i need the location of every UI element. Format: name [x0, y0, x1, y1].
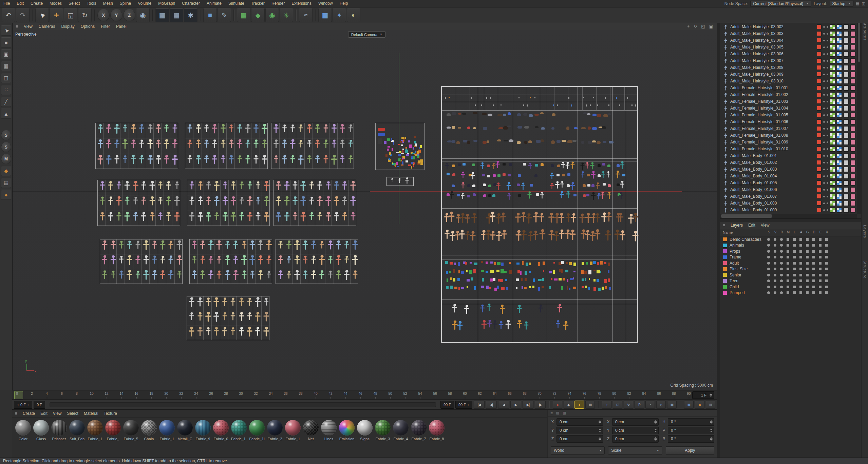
- menu-mograph[interactable]: MoGraph: [155, 0, 178, 7]
- texture-tag-icon[interactable]: [830, 58, 835, 63]
- prop-sprite[interactable]: [388, 146, 390, 148]
- texture-tag-icon[interactable]: [844, 85, 849, 91]
- play-button[interactable]: ▶: [510, 401, 521, 409]
- layer-toggle-icon[interactable]: [774, 238, 776, 241]
- character-grid-panel[interactable]: [187, 180, 270, 226]
- character-sprite[interactable]: [446, 215, 447, 222]
- prop-sprite[interactable]: [384, 141, 386, 144]
- character-sprite[interactable]: [206, 142, 207, 148]
- character-grid-panel[interactable]: [100, 239, 183, 284]
- vertical-splitter[interactable]: [717, 8, 720, 458]
- layer-color-swatch[interactable]: [817, 92, 822, 97]
- texture-tag-icon[interactable]: [830, 45, 835, 50]
- hair-sprite[interactable]: [473, 112, 477, 114]
- character-sprite[interactable]: [725, 128, 726, 131]
- prop-sprite[interactable]: [405, 160, 408, 162]
- material-sphere[interactable]: [87, 420, 103, 436]
- texture-tag-icon[interactable]: [837, 24, 842, 30]
- character-sprite[interactable]: [572, 232, 573, 240]
- character-sprite[interactable]: [113, 243, 114, 249]
- character-sprite[interactable]: [158, 127, 159, 133]
- layer-toggle-icon[interactable]: [799, 291, 802, 294]
- character-sprite[interactable]: [567, 232, 568, 239]
- layer-color-swatch[interactable]: [723, 261, 727, 265]
- layout-dropdown[interactable]: Startup▼: [830, 1, 854, 7]
- dock-tab-attributes[interactable]: Attributes: [863, 21, 867, 40]
- layer-toggle-icon[interactable]: [812, 291, 815, 294]
- object-row[interactable]: Adult_Female_Hairstyle_01.001: [720, 84, 857, 91]
- hair-sprite[interactable]: [524, 126, 529, 129]
- menu-tracker[interactable]: Tracker: [248, 0, 268, 7]
- clothing-sprite[interactable]: [487, 165, 490, 167]
- character-sprite[interactable]: [725, 108, 726, 111]
- texture-tag-icon[interactable]: [837, 72, 842, 77]
- character-sprite[interactable]: [227, 258, 228, 265]
- clothing-sprite[interactable]: [492, 194, 495, 197]
- character-sprite[interactable]: [452, 193, 453, 199]
- character-sprite[interactable]: [467, 216, 468, 224]
- hair-sprite[interactable]: [592, 114, 597, 116]
- character-sprite[interactable]: [350, 127, 351, 132]
- character-sprite[interactable]: [121, 243, 122, 249]
- item-sprite[interactable]: [573, 263, 576, 266]
- layer-color-swatch[interactable]: [817, 79, 822, 83]
- character-sprite[interactable]: [231, 142, 232, 148]
- render-dot[interactable]: [827, 196, 828, 197]
- character-sprite[interactable]: [503, 232, 504, 239]
- item-sprite[interactable]: [450, 286, 453, 289]
- render-dot[interactable]: [827, 135, 828, 136]
- item-sprite[interactable]: [543, 262, 545, 265]
- texture-tag-icon[interactable]: [850, 119, 855, 124]
- layer-toggle-icon[interactable]: [787, 279, 789, 282]
- character-sprite[interactable]: [327, 199, 328, 206]
- texture-tag-icon[interactable]: [844, 180, 849, 186]
- character-sprite[interactable]: [108, 127, 109, 133]
- material-item[interactable]: Fabric_6: [212, 420, 229, 441]
- texture-tag-icon[interactable]: [850, 52, 855, 57]
- prop-sprite[interactable]: [411, 166, 412, 169]
- character-sprite[interactable]: [286, 214, 287, 221]
- texture-tag-icon[interactable]: [844, 126, 849, 131]
- pen-spline-icon[interactable]: ✎: [218, 8, 231, 22]
- item-sprite[interactable]: [474, 263, 477, 265]
- character-sprite[interactable]: [313, 258, 314, 264]
- character-sprite[interactable]: [249, 214, 250, 221]
- character-sprite[interactable]: [208, 329, 209, 335]
- prev-frame-button[interactable]: ◀: [498, 401, 509, 409]
- layer-toggle-icon[interactable]: [819, 256, 822, 258]
- character-sprite[interactable]: [249, 300, 250, 306]
- item-sprite[interactable]: [493, 278, 495, 281]
- prop-sprite[interactable]: [413, 156, 415, 159]
- character-sprite[interactable]: [268, 273, 269, 278]
- character-sprite[interactable]: [725, 74, 726, 77]
- character-sprite[interactable]: [328, 214, 329, 221]
- item-sprite[interactable]: [593, 270, 596, 271]
- character-sprite[interactable]: [256, 157, 257, 163]
- render-dot[interactable]: [827, 182, 828, 184]
- character-sprite[interactable]: [100, 142, 101, 148]
- texture-tag-icon[interactable]: [837, 52, 842, 57]
- character-sprite[interactable]: [519, 307, 520, 313]
- character-sprite[interactable]: [328, 183, 329, 190]
- character-sprite[interactable]: [256, 142, 257, 148]
- item-sprite[interactable]: [486, 271, 488, 273]
- character-sprite[interactable]: [200, 314, 201, 321]
- prop-sprite[interactable]: [411, 156, 413, 158]
- layer-color-swatch[interactable]: [817, 174, 822, 178]
- prop-sprite[interactable]: [378, 133, 385, 136]
- layer-color-swatch[interactable]: [817, 119, 822, 124]
- visibility-dot[interactable]: [823, 182, 825, 184]
- character-sprite[interactable]: [244, 273, 245, 279]
- character-sprite[interactable]: [342, 127, 343, 133]
- character-sprite[interactable]: [558, 322, 559, 328]
- item-sprite[interactable]: [553, 262, 555, 264]
- item-sprite[interactable]: [481, 270, 484, 272]
- character-sprite[interactable]: [143, 214, 144, 221]
- character-sprite[interactable]: [620, 215, 621, 222]
- visibility-dot[interactable]: [823, 155, 825, 157]
- character-sprite[interactable]: [334, 127, 335, 133]
- magnet-icon[interactable]: M: [1, 154, 11, 164]
- clothing-sprite[interactable]: [523, 163, 526, 166]
- hair-sprite[interactable]: [487, 140, 489, 143]
- item-sprite[interactable]: [525, 271, 527, 275]
